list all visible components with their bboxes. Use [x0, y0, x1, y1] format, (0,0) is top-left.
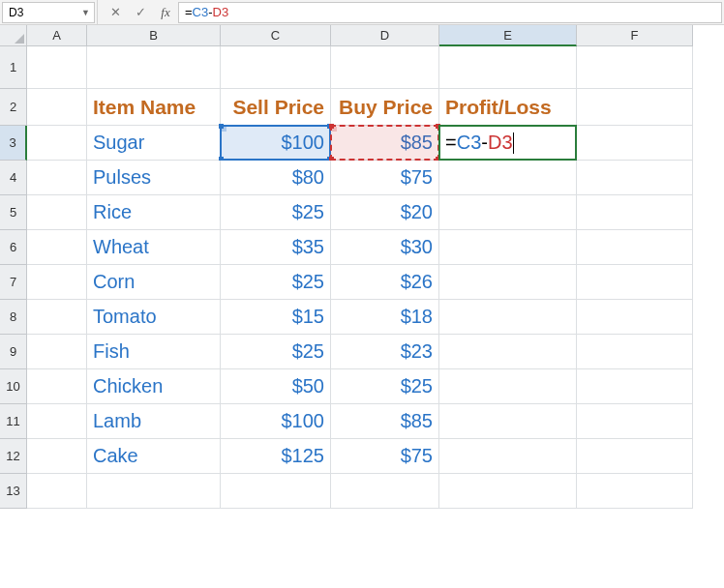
cell-F7[interactable] — [577, 265, 693, 300]
cancel-button[interactable]: ✕ — [103, 0, 128, 25]
cell-E4[interactable] — [439, 161, 577, 195]
cell-E6[interactable] — [439, 230, 577, 265]
cell-D3[interactable]: $85 — [331, 126, 439, 161]
row-header-8[interactable]: 8 — [0, 300, 27, 335]
cell-D6[interactable]: $30 — [331, 230, 439, 265]
cell-E5[interactable] — [439, 195, 577, 230]
cell-F12[interactable] — [577, 439, 693, 474]
cell-A11[interactable] — [27, 404, 87, 439]
col-header-C[interactable]: C — [221, 25, 331, 46]
cell-B8[interactable]: Tomato — [87, 300, 221, 335]
cell-F6[interactable] — [577, 230, 693, 265]
col-header-A[interactable]: A — [27, 25, 87, 46]
cell-C11[interactable]: $100 — [221, 404, 331, 439]
cell-F2[interactable] — [577, 89, 693, 126]
cell-D4[interactable]: $75 — [331, 161, 439, 195]
cell-D8[interactable]: $18 — [331, 300, 439, 335]
name-box-dropdown-icon[interactable]: ▼ — [81, 8, 90, 17]
cell-C7[interactable]: $25 — [221, 265, 331, 300]
row-header-13[interactable]: 13 — [0, 474, 27, 509]
cell-E9[interactable] — [439, 335, 577, 369]
cell-C5[interactable]: $25 — [221, 195, 331, 230]
cell-F9[interactable] — [577, 335, 693, 369]
enter-button[interactable]: ✓ — [128, 0, 153, 25]
cell-F8[interactable] — [577, 300, 693, 335]
cell-C6[interactable]: $35 — [221, 230, 331, 265]
cell-C8[interactable]: $15 — [221, 300, 331, 335]
row-header-11[interactable]: 11 — [0, 404, 27, 439]
cell-D12[interactable]: $75 — [331, 439, 439, 474]
row-header-9[interactable]: 9 — [0, 335, 27, 369]
cell-A2[interactable] — [27, 89, 87, 126]
cell-F13[interactable] — [577, 474, 693, 509]
cell-B2[interactable]: Item Name — [87, 89, 221, 126]
cell-F10[interactable] — [577, 369, 693, 404]
col-header-D[interactable]: D — [331, 25, 439, 46]
row-header-5[interactable]: 5 — [0, 195, 27, 230]
cell-C1[interactable] — [221, 46, 331, 89]
cell-C10[interactable]: $50 — [221, 369, 331, 404]
row-header-4[interactable]: 4 — [0, 161, 27, 195]
cell-B6[interactable]: Wheat — [87, 230, 221, 265]
cell-E3[interactable]: =C3-D3 — [439, 126, 577, 161]
row-header-3[interactable]: 3 — [0, 126, 27, 161]
cell-B10[interactable]: Chicken — [87, 369, 221, 404]
cell-D11[interactable]: $85 — [331, 404, 439, 439]
cell-D13[interactable] — [331, 474, 439, 509]
cell-A12[interactable] — [27, 439, 87, 474]
cell-A10[interactable] — [27, 369, 87, 404]
cell-A1[interactable] — [27, 46, 87, 89]
row-header-7[interactable]: 7 — [0, 265, 27, 300]
col-header-F[interactable]: F — [577, 25, 693, 46]
cell-A9[interactable] — [27, 335, 87, 369]
cell-D7[interactable]: $26 — [331, 265, 439, 300]
cell-B13[interactable] — [87, 474, 221, 509]
cell-B12[interactable]: Cake — [87, 439, 221, 474]
cell-D9[interactable]: $23 — [331, 335, 439, 369]
cell-A13[interactable] — [27, 474, 87, 509]
cell-A5[interactable] — [27, 195, 87, 230]
cell-F4[interactable] — [577, 161, 693, 195]
cell-C2[interactable]: Sell Price — [221, 89, 331, 126]
cell-A8[interactable] — [27, 300, 87, 335]
cell-F11[interactable] — [577, 404, 693, 439]
select-all-corner[interactable] — [0, 25, 27, 46]
cell-E12[interactable] — [439, 439, 577, 474]
row-header-12[interactable]: 12 — [0, 439, 27, 474]
col-header-B[interactable]: B — [87, 25, 221, 46]
insert-function-button[interactable]: fx — [153, 0, 178, 25]
cell-F5[interactable] — [577, 195, 693, 230]
cell-C9[interactable]: $25 — [221, 335, 331, 369]
formula-input[interactable]: =C3-D3 — [178, 2, 722, 23]
cell-C3[interactable]: $100 — [221, 126, 331, 161]
cell-A4[interactable] — [27, 161, 87, 195]
cell-A7[interactable] — [27, 265, 87, 300]
cell-E1[interactable] — [439, 46, 577, 89]
cell-B7[interactable]: Corn — [87, 265, 221, 300]
cell-B5[interactable]: Rice — [87, 195, 221, 230]
cell-E2[interactable]: Profit/Loss — [439, 89, 577, 126]
row-header-6[interactable]: 6 — [0, 230, 27, 265]
spreadsheet-grid[interactable]: A B C D E F 1 2 Item Name Sell Price Buy… — [0, 25, 724, 509]
row-header-10[interactable]: 10 — [0, 369, 27, 404]
cell-C13[interactable] — [221, 474, 331, 509]
cell-A6[interactable] — [27, 230, 87, 265]
col-header-E[interactable]: E — [439, 25, 577, 46]
row-header-1[interactable]: 1 — [0, 46, 27, 89]
cell-B4[interactable]: Pulses — [87, 161, 221, 195]
cell-F1[interactable] — [577, 46, 693, 89]
cell-C4[interactable]: $80 — [221, 161, 331, 195]
row-header-2[interactable]: 2 — [0, 89, 27, 126]
cell-E8[interactable] — [439, 300, 577, 335]
cell-E13[interactable] — [439, 474, 577, 509]
cell-B1[interactable] — [87, 46, 221, 89]
cell-D5[interactable]: $20 — [331, 195, 439, 230]
cell-E11[interactable] — [439, 404, 577, 439]
cell-E10[interactable] — [439, 369, 577, 404]
cell-D1[interactable] — [331, 46, 439, 89]
name-box[interactable]: D3 ▼ — [2, 2, 95, 23]
cell-F3[interactable] — [577, 126, 693, 161]
cell-D10[interactable]: $25 — [331, 369, 439, 404]
cell-B11[interactable]: Lamb — [87, 404, 221, 439]
cell-C12[interactable]: $125 — [221, 439, 331, 474]
